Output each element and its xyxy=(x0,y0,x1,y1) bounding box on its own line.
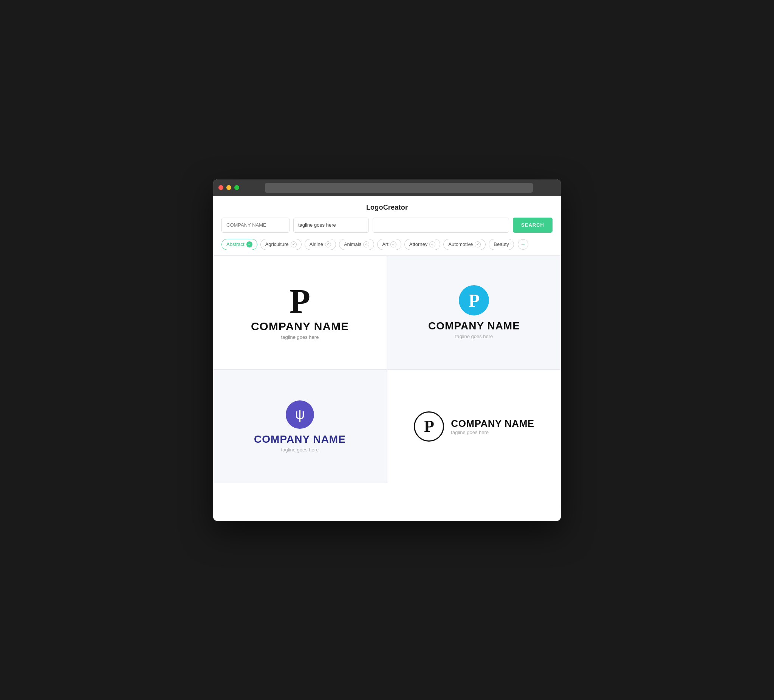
filter-label-animals: Animals xyxy=(344,241,361,247)
logo-inner-3: ψ COMPANY NAME tagline goes here xyxy=(254,400,346,452)
company-name-input[interactable] xyxy=(222,218,289,233)
filter-chip-airline[interactable]: Airline ✓ xyxy=(304,239,336,250)
check-icon-automotive: ✓ xyxy=(475,241,481,248)
logo3-company-name: COMPANY NAME xyxy=(254,433,346,446)
check-icon-attorney: ✓ xyxy=(429,241,435,248)
filter-chip-automotive[interactable]: Automotive ✓ xyxy=(443,239,486,250)
check-icon-animals: ✓ xyxy=(363,241,369,248)
filter-label-airline: Airline xyxy=(309,241,323,247)
logo-card-4[interactable]: P COMPANY NAME tagline goes here xyxy=(387,370,561,483)
logo1-tagline: tagline goes here xyxy=(281,334,319,340)
filter-chip-agriculture[interactable]: Agriculture ✓ xyxy=(260,239,302,250)
app-title: LogoCreator xyxy=(213,196,561,218)
logo4-tagline: tagline goes here xyxy=(451,429,534,435)
logo-inner-4: P COMPANY NAME tagline goes here xyxy=(414,411,534,442)
logo2-tagline: tagline goes here xyxy=(455,333,493,339)
filter-chip-attorney[interactable]: Attorney ✓ xyxy=(404,239,440,250)
filter-chip-abstract[interactable]: Abstract ✓ xyxy=(222,239,257,250)
minimize-button[interactable] xyxy=(227,185,231,190)
filter-next-button[interactable]: → xyxy=(518,239,528,250)
logo-inner-2: P COMPANY NAME tagline goes here xyxy=(428,285,520,339)
logo3-circle: ψ xyxy=(286,400,314,429)
logo2-company-name: COMPANY NAME xyxy=(428,320,520,332)
logo4-letter: P xyxy=(424,417,434,436)
check-icon-airline: ✓ xyxy=(325,241,331,248)
filter-label-abstract: Abstract xyxy=(227,241,245,247)
logo3-tagline: tagline goes here xyxy=(281,447,319,452)
logo-inner-1: P COMPANY NAME tagline goes here xyxy=(251,284,349,340)
check-icon-agriculture: ✓ xyxy=(291,241,297,248)
maximize-button[interactable] xyxy=(234,185,239,190)
tagline-input[interactable] xyxy=(293,218,369,233)
logo2-circle: P xyxy=(459,285,489,315)
logo-card-1[interactable]: P COMPANY NAME tagline goes here xyxy=(213,256,387,369)
search-button[interactable]: SEARCH xyxy=(513,218,552,233)
search-bar: SEARCH xyxy=(213,218,561,233)
logo2-letter: P xyxy=(469,290,480,311)
keyword-input[interactable] xyxy=(373,218,509,233)
filter-label-attorney: Attorney xyxy=(409,241,427,247)
filter-label-art: Art xyxy=(382,241,389,247)
logo1-company-name: COMPANY NAME xyxy=(251,320,349,333)
logo4-text-block: COMPANY NAME tagline goes here xyxy=(451,418,534,435)
logo3-icon: ψ xyxy=(295,406,305,423)
filter-chip-beauty[interactable]: Beauty xyxy=(489,239,514,250)
filter-chip-art[interactable]: Art ✓ xyxy=(377,239,401,250)
filter-label-beauty: Beauty xyxy=(494,241,509,247)
logo-card-2[interactable]: P COMPANY NAME tagline goes here xyxy=(387,256,561,369)
filter-chip-animals[interactable]: Animals ✓ xyxy=(339,239,374,250)
titlebar xyxy=(213,180,561,196)
app-content: LogoCreator SEARCH Abstract ✓ Agricultur… xyxy=(213,196,561,521)
check-icon-abstract: ✓ xyxy=(246,241,253,248)
logo1-letter: P xyxy=(289,284,310,319)
filter-label-automotive: Automotive xyxy=(448,241,473,247)
address-bar xyxy=(265,183,533,193)
close-button[interactable] xyxy=(218,185,223,190)
mac-window: LogoCreator SEARCH Abstract ✓ Agricultur… xyxy=(213,180,561,521)
logo-grid: P COMPANY NAME tagline goes here P COMPA… xyxy=(213,255,561,483)
logo4-circle: P xyxy=(414,411,444,442)
logo-card-3[interactable]: ψ COMPANY NAME tagline goes here xyxy=(213,370,387,483)
check-icon-art: ✓ xyxy=(390,241,397,248)
filter-bar: Abstract ✓ Agriculture ✓ Airline ✓ Anima… xyxy=(213,239,561,250)
logo4-company-name: COMPANY NAME xyxy=(451,418,534,429)
filter-label-agriculture: Agriculture xyxy=(265,241,289,247)
